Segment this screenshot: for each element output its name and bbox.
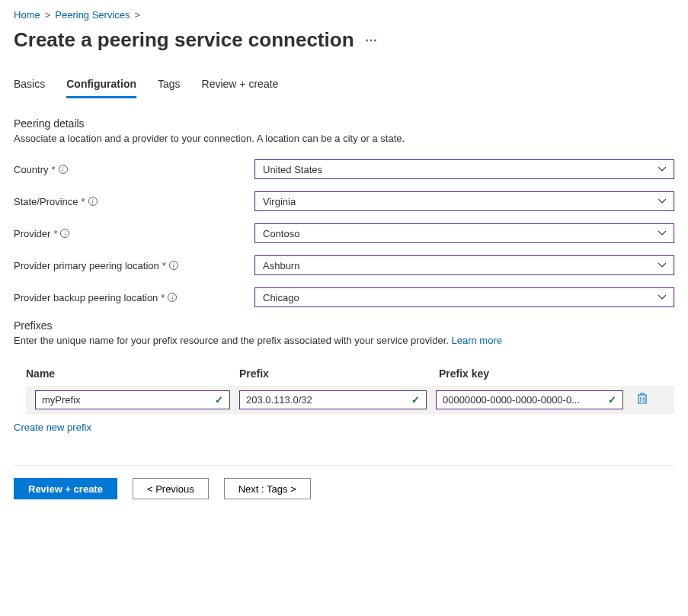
next-button[interactable]: Next : Tags > [224,478,311,499]
provider-label: Provider * i [14,228,254,239]
chevron-right-icon: > [45,9,51,21]
check-icon: ✓ [215,394,223,406]
tab-review-create[interactable]: Review + create [202,73,279,98]
col-header-name: Name [26,367,239,380]
peering-details-title: Peering details [14,117,674,130]
tab-configuration[interactable]: Configuration [66,73,136,98]
more-actions-button[interactable]: ⋯ [365,33,379,47]
col-header-prefix: Prefix [239,367,439,380]
col-header-key: Prefix key [439,367,674,380]
chevron-down-icon [658,231,666,236]
chevron-down-icon [658,167,666,172]
breadcrumb-peering-services[interactable]: Peering Services [55,9,130,21]
review-create-button[interactable]: Review + create [14,478,117,499]
required-indicator: * [53,228,57,239]
country-label: Country * i [14,164,254,175]
check-icon: ✓ [411,394,420,406]
footer-buttons: Review + create < Previous Next : Tags > [14,478,674,499]
breadcrumb-home[interactable]: Home [14,9,40,21]
required-indicator: * [161,292,165,303]
page-title-row: Create a peering service connection ⋯ [14,28,674,52]
state-select[interactable]: Virginia [254,191,674,211]
prefix-name-input[interactable]: myPrefix ✓ [35,390,230,409]
primary-location-select[interactable]: Ashburn [254,255,674,275]
tab-tags[interactable]: Tags [158,73,181,98]
create-new-prefix-link[interactable]: Create new prefix [14,422,91,433]
prefixes-title: Prefixes [14,319,674,332]
prefix-value-input[interactable]: 203.0.113.0/32 ✓ [239,390,427,409]
prefix-row: myPrefix ✓ 203.0.113.0/32 ✓ 00000000-000… [26,386,674,414]
check-icon: ✓ [608,394,616,406]
required-indicator: * [52,164,56,175]
info-icon[interactable]: i [168,293,177,302]
info-icon[interactable]: i [169,261,178,270]
required-indicator: * [82,196,85,207]
prefix-key-input[interactable]: 00000000-0000-0000-0000-0... ✓ [436,390,623,409]
state-label: State/Province * i [14,196,254,207]
backup-location-select[interactable]: Chicago [254,287,674,307]
prefix-table-header: Name Prefix Prefix key [26,361,674,386]
info-icon[interactable]: i [59,165,68,174]
country-select[interactable]: United States [254,159,674,179]
prefixes-desc: Enter the unique name for your prefix re… [14,335,674,346]
tab-basics[interactable]: Basics [14,73,45,98]
previous-button[interactable]: < Previous [133,478,209,499]
info-icon[interactable]: i [88,197,98,206]
peering-details-desc: Associate a location and a provider to y… [14,133,674,144]
tabs: Basics Configuration Tags Review + creat… [14,73,674,99]
breadcrumb: Home > Peering Services > [14,9,674,21]
chevron-down-icon [658,199,666,204]
required-indicator: * [162,260,166,271]
primary-location-label: Provider primary peering location * i [14,260,254,271]
provider-select[interactable]: Contoso [254,223,674,243]
chevron-down-icon [658,295,666,300]
delete-prefix-button[interactable] [632,393,652,407]
chevron-down-icon [658,263,666,268]
footer-divider [14,465,674,466]
backup-location-label: Provider backup peering location * i [14,292,254,303]
chevron-right-icon: > [135,9,141,21]
learn-more-link[interactable]: Learn more [451,335,501,346]
info-icon[interactable]: i [60,229,69,238]
page-title: Create a peering service connection [14,28,354,52]
